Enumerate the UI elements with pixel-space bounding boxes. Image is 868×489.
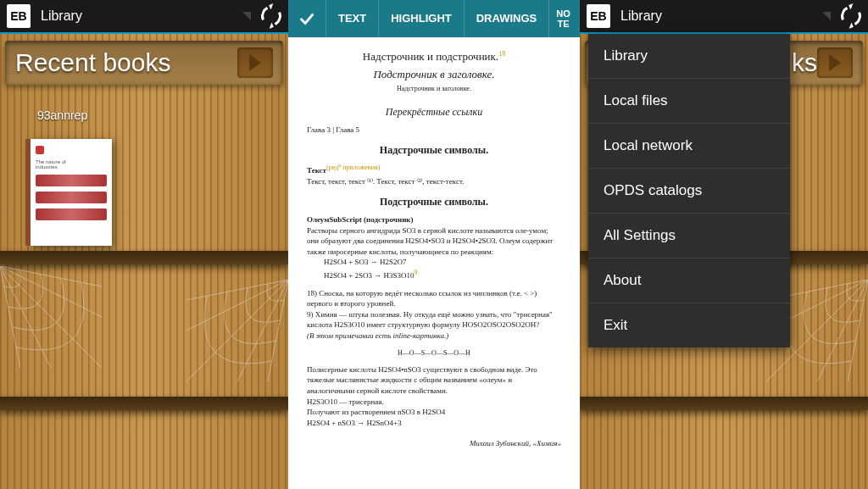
section-banner: Recent books bbox=[5, 41, 283, 85]
book-thumbnail[interactable]: The nature ofindustries bbox=[31, 139, 112, 246]
doc-author: Михаил Зубинский, «Химия» bbox=[307, 438, 561, 449]
annotation-toolbar: TEXT HIGHLIGHT DRAWINGS NO TE bbox=[288, 0, 580, 37]
panel-library-menu: EB Library ks Library Local files Local … bbox=[580, 0, 868, 489]
menu-item-exit[interactable]: Exit bbox=[588, 303, 790, 347]
menu-item-opds[interactable]: OPDS catalogs bbox=[588, 169, 790, 214]
doc-footnote: 9) Химия — штука полезная. Ну откуда ещё… bbox=[307, 309, 561, 331]
app-logo-icon[interactable]: EB bbox=[587, 4, 610, 28]
doc-text: Полисерные кислоты H2SO4•nSO3 существуют… bbox=[307, 364, 561, 397]
topbar: EB Library bbox=[0, 0, 288, 34]
next-arrow-button[interactable] bbox=[237, 47, 273, 78]
doc-text: Получают из растворением nSO3 в H2SO4 bbox=[307, 407, 561, 418]
doc-text: H2SO4 + nSO3 → H2SnO4+3 bbox=[307, 418, 561, 429]
doc-text: Текст(ред⁹ приложения) bbox=[307, 163, 561, 176]
doc-text: Глава 3 | Глава 5 bbox=[307, 125, 561, 136]
doc-heading: Надстрочник и подстрочник.18 bbox=[307, 49, 561, 65]
doc-subheading: Надстрочные символы. bbox=[307, 143, 561, 158]
tab-highlight[interactable]: HIGHLIGHT bbox=[378, 0, 464, 37]
book-title-label: 93annrep bbox=[37, 108, 87, 122]
doc-equation: H2SO4 + 2SO3 → H3S3O109 bbox=[324, 268, 561, 281]
menu-item-settings[interactable]: All Settings bbox=[588, 214, 790, 258]
screen-title: Library bbox=[41, 8, 242, 24]
shelf-ledge bbox=[0, 251, 288, 264]
doc-subtext: Надстрочник и заголовке. bbox=[307, 84, 561, 93]
shelf-ledge bbox=[0, 397, 288, 410]
doc-subheading: Перекрёстные ссылки bbox=[307, 105, 561, 119]
document-page[interactable]: Надстрочник и подстрочник.18 Подстрочник… bbox=[288, 37, 580, 461]
refresh-icon[interactable] bbox=[259, 3, 285, 30]
menu-item-local-files[interactable]: Local files bbox=[588, 79, 790, 124]
next-arrow-button[interactable] bbox=[817, 47, 853, 78]
doc-heading: Подстрочник в заголовке. bbox=[307, 67, 561, 82]
tab-note[interactable]: NO TE bbox=[548, 0, 577, 37]
shelf-ledge bbox=[580, 397, 868, 410]
dropdown-indicator-icon[interactable] bbox=[242, 12, 251, 20]
tab-text[interactable]: TEXT bbox=[326, 0, 378, 37]
confirm-check-icon[interactable] bbox=[288, 9, 326, 28]
doc-subheading: Подстрочные символы. bbox=[307, 195, 561, 209]
screen-title: Library bbox=[620, 8, 822, 24]
panel-reader: TEXT HIGHLIGHT DRAWINGS NO TE Надстрочни… bbox=[288, 0, 580, 489]
menu-item-library[interactable]: Library bbox=[588, 34, 790, 79]
menu-item-local-network[interactable]: Local network bbox=[588, 124, 790, 169]
main-menu-dropdown: Library Local files Local network OPDS c… bbox=[588, 34, 790, 347]
doc-text: ОлеумSubScript (подстрочник) bbox=[307, 214, 561, 225]
doc-text: H2S3O10 — трисерная. bbox=[307, 397, 561, 408]
panel-library-shelf: EB Library Recent books 93annrep The nat… bbox=[0, 0, 288, 489]
section-title: Recent books bbox=[15, 48, 237, 77]
doc-text: Растворы серного ангидрида SO3 в серной … bbox=[307, 225, 561, 258]
topbar: EB Library bbox=[580, 0, 868, 34]
doc-equation: H2SO4 + SO3 → H2S2O7 bbox=[324, 257, 561, 268]
doc-formula-diagram: H—O—S—O—S—O—H bbox=[307, 348, 561, 358]
app-logo-icon[interactable]: EB bbox=[7, 4, 31, 28]
refresh-icon[interactable] bbox=[838, 3, 865, 30]
doc-footnote: (В этом примечании есть inline-картинка.… bbox=[307, 331, 561, 342]
dropdown-indicator-icon[interactable] bbox=[822, 12, 831, 20]
menu-item-about[interactable]: About bbox=[588, 258, 790, 303]
doc-footnote: 18) Сноска, на которую ведёт несколько с… bbox=[307, 288, 561, 309]
doc-text: Текст, текст, текст ⁽¹⁾. Текст, текст ⁽²… bbox=[307, 176, 561, 187]
tab-drawings[interactable]: DRAWINGS bbox=[464, 0, 549, 37]
